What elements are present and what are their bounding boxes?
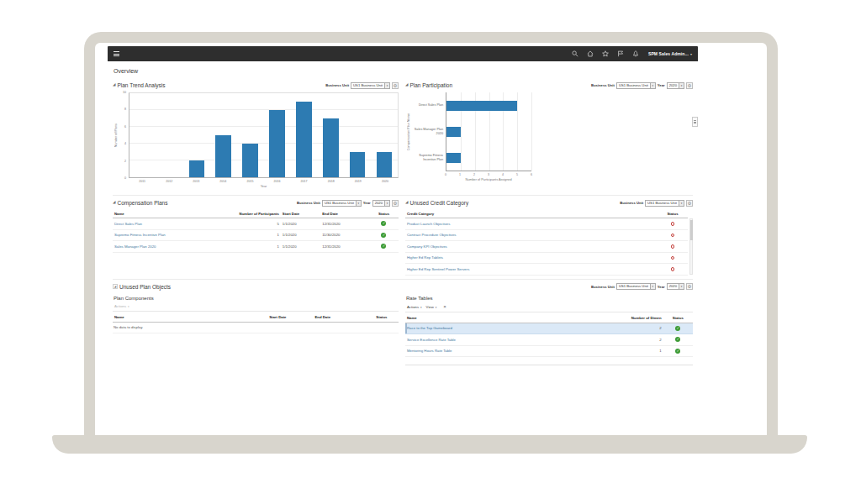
overview-content: Overview ◢ Plan Trend Analysis Business … (108, 61, 698, 365)
active-status-icon: ✓ (381, 244, 386, 249)
unused-credit-panel: ◢ Unused Credit Category Business Unit U… (405, 198, 693, 276)
credit-category-link[interactable]: Contract Procedure Objectives (407, 233, 457, 237)
view-menu[interactable]: View ▾ (426, 305, 437, 309)
business-unit-select[interactable]: US1 Business Unit ▾ (351, 82, 390, 89)
chevron-down-icon[interactable]: ▾ (650, 284, 655, 289)
chevron-down-icon[interactable]: ▾ (384, 201, 389, 206)
chevron-down-icon[interactable]: ▾ (384, 83, 389, 88)
plan-name-link[interactable]: Sales Manager Plan 2020 (114, 244, 156, 249)
gear-icon[interactable]: ⚙ (686, 200, 693, 207)
bar-Direct Sales Plan[interactable] (446, 101, 517, 111)
home-icon[interactable] (587, 50, 594, 58)
bar-2020[interactable] (377, 152, 393, 177)
column-header[interactable]: Start Date (267, 313, 313, 323)
credit-category-link[interactable]: Company KPI Objectives (407, 244, 447, 249)
column-header[interactable]: Credit Category (405, 209, 658, 218)
chevron-down-icon[interactable]: ▾ (650, 83, 655, 88)
business-unit-select[interactable]: US1 Business Unit ▾ (645, 200, 684, 207)
vertical-scrollbar[interactable] (689, 218, 693, 275)
column-header[interactable]: Number of Participants (215, 209, 281, 218)
year-select[interactable]: 2020 ▾ (667, 82, 684, 89)
column-header[interactable]: Status (658, 209, 688, 218)
end-date-cell: 11/30/2020 (320, 229, 369, 241)
status-cell (658, 229, 688, 241)
start-date-cell: 1/1/2020 (281, 229, 320, 241)
panel-splitter-handle[interactable] (692, 117, 698, 127)
rate-table-link[interactable]: Mentoring Hours Rate Table (407, 349, 452, 353)
table-row[interactable]: Mentoring Hours Rate Table1✓ (405, 345, 693, 357)
gear-icon[interactable]: ⚙ (392, 200, 399, 207)
gear-icon[interactable]: ⚙ (686, 82, 693, 89)
table-row[interactable]: Sales Manager Plan 202011/1/202012/31/20… (113, 241, 399, 253)
collapse-triangle-icon[interactable]: ◢ (405, 201, 408, 205)
active-status-icon: ✓ (675, 326, 680, 331)
table-row[interactable]: Higher Ed Rep Tablets (405, 252, 688, 264)
scrollbar-thumb[interactable] (690, 220, 693, 240)
business-unit-select[interactable]: US1 Business Unit ▾ (616, 82, 656, 89)
bar-2015[interactable] (242, 144, 258, 177)
chevron-down-icon[interactable]: ▾ (679, 83, 684, 88)
column-header[interactable]: Status (663, 314, 693, 323)
favorites-star-icon[interactable] (602, 50, 610, 58)
bar-2018[interactable] (323, 118, 339, 177)
chevron-down-icon[interactable]: ▾ (679, 201, 684, 206)
watchlist-flag-icon[interactable] (617, 50, 625, 58)
bar-2016[interactable] (269, 110, 285, 177)
bar-2017[interactable] (296, 102, 312, 177)
table-row[interactable]: Race to the Top Gameboard2✓ (405, 323, 693, 334)
year-select[interactable]: 2020 ▾ (372, 200, 390, 207)
chevron-down-icon[interactable]: ▾ (679, 284, 684, 289)
column-header[interactable]: Start Date (281, 209, 320, 218)
table-row[interactable]: Direct Sales Plan51/1/202012/31/2020✓ (113, 218, 399, 230)
year-select[interactable]: 2020 ▾ (667, 283, 684, 290)
category-label: Supremo Fitness Incentive Plan (412, 145, 446, 171)
active-status-icon: ✓ (675, 349, 680, 354)
table-row[interactable]: Higher Ed Rep Sentinel Power Servers (405, 264, 688, 276)
plan-participation-panel: ◢ Plan Participation Business Unit US1 B… (405, 81, 693, 192)
column-header[interactable]: Status (365, 313, 399, 323)
category-label: Direct Sales Plan (412, 92, 446, 118)
column-header[interactable]: Status (369, 209, 399, 218)
plan-name-link[interactable]: Direct Sales Plan (114, 222, 142, 226)
bar-2014[interactable] (215, 135, 231, 177)
collapse-triangle-icon[interactable]: ◢ (113, 284, 118, 289)
user-menu[interactable]: SPM Sales Admin... (648, 51, 689, 56)
column-header[interactable]: Number of Dimen (609, 314, 663, 323)
collapse-triangle-icon[interactable]: ◢ (113, 83, 115, 87)
table-row[interactable]: Supremo Fitness Incentive Plan11/1/20201… (113, 229, 399, 241)
gear-icon[interactable]: ⚙ (392, 82, 399, 89)
collapse-triangle-icon[interactable]: ◢ (405, 83, 408, 87)
table-row[interactable]: Contract Procedure Objectives (405, 229, 688, 241)
actions-menu[interactable]: Actions ▾ (114, 304, 129, 308)
actions-menu[interactable]: Actions ▾ (407, 305, 422, 309)
business-unit-select[interactable]: US1 Business Unit ▾ (322, 200, 362, 207)
table-row[interactable]: Company KPI Objectives (405, 241, 688, 253)
bar-Sales Manager Plan 2020[interactable] (446, 127, 461, 137)
bar-2013[interactable] (189, 160, 205, 177)
column-header[interactable]: Name (113, 209, 215, 218)
column-header[interactable]: Name (113, 313, 267, 323)
menu-icon[interactable] (114, 51, 119, 56)
table-row[interactable]: Service Excellence Rate Table2✓ (405, 334, 693, 346)
compensation-plans-table: Name Number of Participants Start Date E… (113, 209, 399, 253)
bar-Supremo Fitness Incentive Plan[interactable] (446, 153, 461, 163)
credit-category-link[interactable]: Product Launch Objectives (407, 222, 450, 226)
column-header[interactable]: End Date (313, 313, 364, 323)
credit-category-link[interactable]: Higher Ed Rep Sentinel Power Servers (407, 267, 469, 271)
rate-table-link[interactable]: Race to the Top Gameboard (407, 326, 452, 330)
plan-name-link[interactable]: Supremo Fitness Incentive Plan (114, 233, 166, 237)
rate-table-link[interactable]: Service Excellence Rate Table (407, 338, 456, 342)
chevron-down-icon[interactable]: ▾ (356, 201, 361, 206)
detach-icon[interactable]: × (443, 304, 446, 309)
column-header[interactable]: Name (405, 314, 609, 323)
table-row[interactable]: Product Launch Objectives (405, 218, 688, 230)
bar-2019[interactable] (350, 152, 366, 177)
business-unit-select[interactable]: US1 Business Unit ▾ (616, 283, 656, 290)
search-icon[interactable] (572, 50, 579, 58)
collapse-triangle-icon[interactable]: ◢ (113, 201, 115, 205)
x-tick-label: 1 (459, 173, 461, 176)
gear-icon[interactable]: ⚙ (686, 283, 693, 290)
credit-category-link[interactable]: Higher Ed Rep Tablets (407, 255, 443, 260)
notifications-bell-icon[interactable] (632, 50, 640, 58)
column-header[interactable]: End Date (320, 209, 369, 218)
